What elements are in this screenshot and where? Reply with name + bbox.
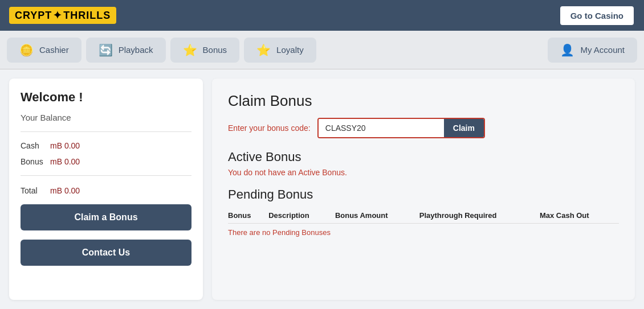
bonus-label: Bonus (21, 157, 46, 166)
th-max-cash-out: Max Cash Out (540, 208, 619, 224)
bonus-code-row: Enter your bonus code: Claim (228, 118, 619, 138)
loyalty-icon: ⭐ (256, 43, 271, 57)
no-pending-row: There are no Pending Bonuses (228, 224, 619, 242)
total-value: mB 0.00 (50, 186, 80, 195)
bonus-value: mB 0.00 (50, 157, 80, 166)
logo-icon: ✦ (53, 9, 62, 22)
nav-left: 🪙 Cashier 🔄 Playback ⭐ Bonus ⭐ Loyalty (7, 38, 543, 63)
nav-cashier[interactable]: 🪙 Cashier (7, 38, 81, 63)
nav-bonus-label: Bonus (203, 45, 227, 55)
header: CRYPT✦THRILLS Go to Casino (0, 0, 644, 31)
no-pending-text: There are no Pending Bonuses (228, 224, 619, 242)
divider-1 (21, 131, 191, 132)
bonus-code-input[interactable] (319, 119, 444, 137)
sidebar: Welcome ! Your Balance Cash mB 0.00 Bonu… (9, 79, 203, 300)
welcome-heading: Welcome ! (21, 90, 191, 105)
nav-right: 👤 My Account (548, 38, 637, 63)
claim-a-bonus-button[interactable]: Claim a Bonus (21, 204, 191, 230)
cash-label: Cash (21, 141, 46, 150)
nav-my-account-label: My Account (580, 45, 625, 55)
nav-bonus[interactable]: ⭐ Bonus (170, 38, 240, 63)
logo-text: CRYPT (15, 10, 52, 22)
nav-playback-label: Playback (119, 45, 153, 55)
cash-value: mB 0.00 (50, 141, 80, 150)
main-content: Welcome ! Your Balance Cash mB 0.00 Bonu… (0, 69, 644, 309)
logo: CRYPT✦THRILLS (9, 7, 116, 24)
pending-bonus-table: Bonus Description Bonus Amount Playthrou… (228, 208, 619, 241)
claim-button[interactable]: Claim (444, 119, 484, 137)
pending-table-header-row: Bonus Description Bonus Amount Playthrou… (228, 208, 619, 224)
bonus-row: Bonus mB 0.00 (21, 157, 191, 166)
my-account-icon: 👤 (560, 43, 574, 57)
nav-my-account[interactable]: 👤 My Account (548, 38, 637, 63)
contact-us-button[interactable]: Contact Us (21, 240, 191, 266)
pending-bonus-title: Pending Bonus (228, 187, 619, 202)
th-bonus: Bonus (228, 208, 268, 224)
th-playthrough-required: Playthrough Required (419, 208, 540, 224)
active-bonus-title: Active Bonus (228, 150, 619, 164)
nav-loyalty[interactable]: ⭐ Loyalty (244, 38, 316, 63)
th-bonus-amount: Bonus Amount (335, 208, 419, 224)
balance-label: Your Balance (21, 113, 191, 122)
total-row: Total mB 0.00 (21, 186, 191, 195)
cashier-icon: 🪙 (19, 43, 34, 57)
nav-loyalty-label: Loyalty (276, 45, 304, 55)
nav-bar: 🪙 Cashier 🔄 Playback ⭐ Bonus ⭐ Loyalty 👤… (0, 31, 644, 69)
cash-row: Cash mB 0.00 (21, 141, 191, 150)
nav-playback[interactable]: 🔄 Playback (86, 38, 166, 63)
logo-suffix: THRILLS (63, 10, 111, 22)
total-label: Total (21, 186, 46, 195)
nav-cashier-label: Cashier (39, 45, 69, 55)
content-area: Claim Bonus Enter your bonus code: Claim… (212, 79, 635, 300)
divider-2 (21, 175, 191, 176)
claim-bonus-title: Claim Bonus (228, 92, 619, 110)
bonus-icon: ⭐ (183, 43, 197, 57)
no-active-bonus-text: You do not have an Active Bonus. (228, 168, 619, 177)
playback-icon: 🔄 (99, 43, 113, 57)
bonus-code-input-wrap: Claim (317, 118, 485, 138)
go-to-casino-button[interactable]: Go to Casino (559, 5, 635, 26)
th-description: Description (268, 208, 335, 224)
bonus-code-label: Enter your bonus code: (228, 123, 311, 133)
